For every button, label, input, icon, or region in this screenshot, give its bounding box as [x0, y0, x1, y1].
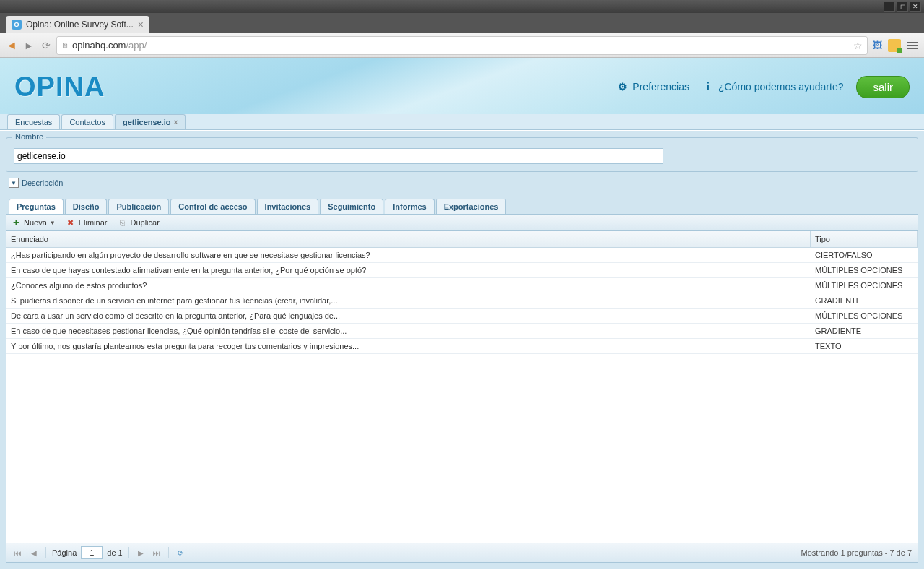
extension-icons: 🖼	[871, 39, 920, 52]
logout-button[interactable]: salir	[856, 76, 910, 98]
duplicate-label: Duplicar	[130, 218, 159, 227]
tab-title: Opina: Online Survey Soft...	[26, 20, 134, 30]
sub-tab-preguntas[interactable]: Preguntas	[9, 199, 64, 214]
table-row[interactable]: En caso de que necesitases gestionar lic…	[6, 324, 918, 339]
cell-tipo: GRADIENTE	[811, 324, 918, 338]
preferences-link[interactable]: ⚙ Preferencias	[616, 81, 689, 92]
main-tab-contactos[interactable]: Contactos	[61, 114, 113, 129]
cell-enunciado: Y por último, nos gustaría plantearnos e…	[6, 339, 811, 353]
table-row[interactable]: De cara a usar un servicio como el descr…	[6, 309, 918, 324]
cell-enunciado: En caso de que necesitases gestionar lic…	[6, 324, 811, 338]
sub-tab-seguimiento[interactable]: Seguimiento	[320, 199, 383, 214]
next-page-button[interactable]: ▶	[135, 547, 147, 558]
help-link[interactable]: i ¿Cómo podemos ayudarte?	[702, 81, 844, 92]
cell-tipo: MÚLTIPLES OPCIONES	[811, 263, 918, 277]
add-icon: ✚	[11, 217, 21, 228]
sub-tab-informes[interactable]: Informes	[385, 199, 434, 214]
table-row[interactable]: En caso de que hayas contestado afirmati…	[6, 263, 918, 278]
bookmark-star-icon[interactable]: ☆	[853, 40, 863, 51]
sub-tab-publicaci-n[interactable]: Publicación	[108, 199, 169, 214]
help-label: ¿Cómo podemos ayudarte?	[718, 81, 844, 92]
reload-button[interactable]: ⟳	[39, 38, 53, 53]
cell-enunciado: En caso de que hayas contestado afirmati…	[6, 263, 811, 277]
sub-tab-invitaciones[interactable]: Invitaciones	[257, 199, 319, 214]
new-question-button[interactable]: ✚ Nueva ▼	[11, 217, 56, 228]
cell-tipo: GRADIENTE	[811, 293, 918, 308]
main-tab-strip: EncuestasContactosgetlicense.io×	[0, 114, 924, 130]
description-toggle-row: ▼ Descripción	[6, 172, 918, 194]
main-tab-getlicense-io[interactable]: getlicense.io×	[115, 114, 186, 129]
gear-icon: ⚙	[616, 81, 628, 92]
minimize-button[interactable]: —	[884, 1, 895, 12]
hamburger-menu-icon[interactable]	[905, 42, 920, 49]
table-body: ¿Has participando en algún proyecto de d…	[6, 248, 918, 543]
table-toolbar: ✚ Nueva ▼ ✖ Eliminar ⎘ Duplicar	[6, 214, 918, 231]
tab-close-icon[interactable]: ×	[174, 118, 178, 126]
site-icon: 🗎	[61, 41, 69, 50]
sub-tab-control-de-acceso[interactable]: Control de acceso	[170, 199, 255, 214]
forward-button[interactable]: ►	[22, 38, 36, 53]
table-header: Enunciado Tipo	[6, 231, 918, 248]
prev-page-button[interactable]: ◀	[28, 547, 40, 558]
extension-icon[interactable]	[888, 39, 901, 52]
table-row[interactable]: ¿Conoces alguno de estos productos?MÚLTI…	[6, 278, 918, 293]
table-row[interactable]: Y por último, nos gustaría plantearnos e…	[6, 339, 918, 354]
last-page-button[interactable]: ⏭	[151, 547, 162, 558]
column-header-enunciado[interactable]: Enunciado	[6, 231, 811, 247]
dropdown-caret-icon: ▼	[50, 220, 56, 226]
cell-enunciado: Si pudieras disponer de un servicio en i…	[6, 293, 811, 308]
page-of: de 1	[107, 548, 122, 557]
sub-tab-strip: PreguntasDiseñoPublicaciónControl de acc…	[6, 199, 918, 214]
cell-tipo: MÚLTIPLES OPCIONES	[811, 309, 918, 323]
main-tab-encuestas[interactable]: Encuestas	[7, 114, 60, 129]
survey-name-input[interactable]	[14, 148, 663, 164]
column-header-tipo[interactable]: Tipo	[811, 231, 918, 247]
app-header: OPINA ⚙ Preferencias i ¿Cómo podemos ayu…	[0, 58, 924, 116]
cell-enunciado: ¿Has participando en algún proyecto de d…	[6, 248, 811, 262]
browser-tab-strip: O Opina: Online Survey Soft... ×	[0, 13, 924, 33]
refresh-button[interactable]: ⟳	[175, 547, 186, 558]
description-label: Descripción	[22, 178, 63, 187]
cell-enunciado: ¿Conoces alguno de estos productos?	[6, 278, 811, 293]
info-icon: i	[702, 81, 714, 92]
sub-tab-exportaciones[interactable]: Exportaciones	[436, 199, 507, 214]
window-close-button[interactable]: ✕	[910, 1, 921, 12]
table-row[interactable]: Si pudieras disponer de un servicio en i…	[6, 293, 918, 309]
delete-icon: ✖	[66, 217, 76, 228]
app-viewport: OPINA ⚙ Preferencias i ¿Cómo podemos ayu…	[0, 58, 924, 578]
back-button[interactable]: ◄	[4, 38, 19, 53]
cell-enunciado: De cara a usar un servicio como el descr…	[6, 309, 811, 323]
duplicate-question-button[interactable]: ⎘ Duplicar	[117, 217, 159, 228]
page-label: Página	[52, 548, 77, 557]
cell-tipo: TEXTO	[811, 339, 918, 353]
address-bar[interactable]: 🗎 opinahq.com/app/ ☆	[56, 36, 868, 55]
copy-icon: ⎘	[117, 217, 127, 228]
browser-toolbar: ◄ ► ⟳ 🗎 opinahq.com/app/ ☆ 🖼	[0, 33, 924, 58]
url-text: opinahq.com/app/	[72, 40, 147, 51]
table-row[interactable]: ¿Has participando en algún proyecto de d…	[6, 248, 918, 263]
delete-label: Eliminar	[79, 218, 108, 227]
paging-toolbar: ⏮ ◀ Página de 1 ▶ ⏭ ⟳ Mostrando 1 pregun…	[6, 543, 918, 563]
os-titlebar: — ◻ ✕	[0, 0, 924, 13]
collapse-toggle-icon[interactable]: ▼	[9, 178, 19, 188]
preferences-label: Preferencias	[632, 81, 689, 92]
name-fieldset: Nombre	[6, 137, 918, 172]
browser-tab[interactable]: O Opina: Online Survey Soft... ×	[6, 16, 149, 33]
delete-question-button[interactable]: ✖ Eliminar	[66, 217, 108, 228]
extension-icon[interactable]: 🖼	[871, 39, 884, 52]
sub-tab-dise-o[interactable]: Diseño	[65, 199, 108, 214]
cell-tipo: CIERTO/FALSO	[811, 248, 918, 262]
content-panel: Nombre ▼ Descripción PreguntasDiseñoPubl…	[0, 131, 924, 569]
paging-status: Mostrando 1 preguntas - 7 de 7	[801, 548, 912, 557]
cell-tipo: MÚLTIPLES OPCIONES	[811, 278, 918, 293]
first-page-button[interactable]: ⏮	[12, 547, 24, 558]
tab-close-icon[interactable]: ×	[138, 19, 144, 30]
maximize-button[interactable]: ◻	[897, 1, 908, 12]
name-label: Nombre	[12, 132, 46, 141]
questions-table: Enunciado Tipo ¿Has participando en algú…	[6, 231, 918, 543]
new-label: Nueva	[24, 218, 47, 227]
favicon-icon: O	[12, 20, 22, 30]
logo: OPINA	[14, 72, 105, 103]
page-number-input[interactable]	[81, 546, 103, 559]
